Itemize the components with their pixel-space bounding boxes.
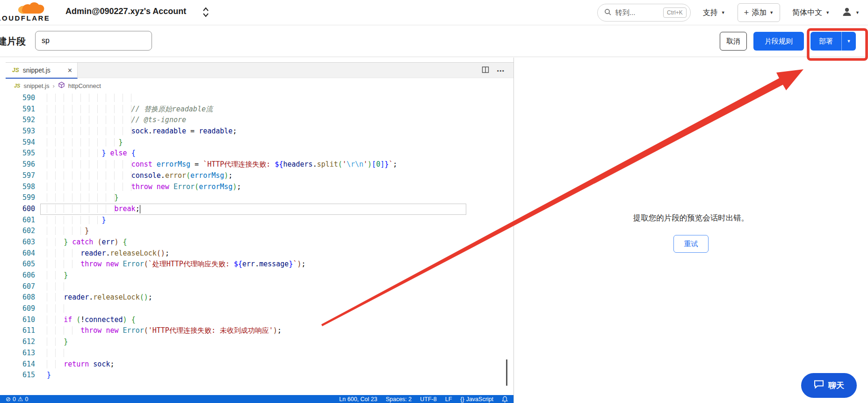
plus-icon: + <box>744 8 749 18</box>
account-switcher-icon[interactable] <box>202 6 210 20</box>
deploy-dropdown-button[interactable]: ▼ <box>841 32 856 51</box>
breadcrumb-file[interactable]: snippet.js <box>23 82 49 89</box>
line-number: 592 <box>0 115 35 126</box>
snippet-rules-button[interactable]: 片段规则 <box>753 32 804 51</box>
javascript-file-icon: JS <box>12 67 19 73</box>
code-line: 601 } <box>0 215 514 226</box>
line-number: 613 <box>0 348 35 359</box>
code-line: 610 if (!connected) { <box>0 315 514 326</box>
code-line: 611 throw new Error('HTTP代理连接失败: 未收到成功响应… <box>0 325 514 337</box>
line-number: 597 <box>0 170 35 182</box>
line-number: 603 <box>0 237 35 248</box>
chevron-down-icon: ▼ <box>825 10 830 15</box>
global-search[interactable]: 转到... Ctrl+K <box>597 4 691 22</box>
user-menu[interactable]: ▼ <box>842 7 860 19</box>
javascript-file-icon: JS <box>14 83 20 88</box>
breadcrumb: JS snippet.js › httpConnect <box>6 79 514 93</box>
line-number: 608 <box>0 292 35 303</box>
code-line: 608 reader.releaseLock(); <box>0 292 514 303</box>
code-line: 590 <box>0 93 514 104</box>
line-number: 601 <box>0 215 35 226</box>
deploy-split-button: 部署 ▼ <box>810 32 856 51</box>
more-actions-icon[interactable]: ⋯ <box>497 66 505 75</box>
line-number: 591 <box>0 104 35 115</box>
chat-bubble-icon <box>814 380 824 391</box>
code-line: 600 break; <box>0 204 514 215</box>
code-line: 599 } <box>0 192 514 204</box>
tab-label: snippet.js <box>23 66 51 74</box>
encoding-setting[interactable]: UTF-8 <box>420 396 436 403</box>
preview-error-message: 提取您的片段的预览会话时出错。 <box>514 213 868 223</box>
chat-button[interactable]: 聊天 <box>801 373 857 398</box>
preview-panel: 提取您的片段的预览会话时出错。 重试 <box>514 58 868 403</box>
code-line: 613 <box>0 348 514 359</box>
account-name: Admin@090227.xyz's Account <box>65 7 186 16</box>
line-number: 609 <box>0 303 35 315</box>
line-number: 598 <box>0 182 35 193</box>
editor-scrollbar-thumb[interactable] <box>506 359 507 386</box>
language-mode[interactable]: {} JavaScript <box>460 396 493 403</box>
search-placeholder: 转到... <box>615 8 636 17</box>
close-tab-icon[interactable]: ✕ <box>67 67 72 74</box>
code-area[interactable]: 590 591 // 替换原始readable流592 // @ts-ignor… <box>0 93 514 395</box>
code-line: 592 // @ts-ignore <box>0 115 514 126</box>
language-menu[interactable]: 简体中文▼ <box>792 8 830 18</box>
code-line: 593 sock.readable = readable; <box>0 126 514 137</box>
chevron-down-icon: ▼ <box>769 10 774 15</box>
page-title: 创建片段 <box>0 35 26 48</box>
line-number: 596 <box>0 159 35 170</box>
chevron-down-icon: ▼ <box>855 10 860 15</box>
cursor-position[interactable]: Ln 600, Col 23 <box>339 396 377 403</box>
chevron-down-icon: ▼ <box>721 10 725 15</box>
breadcrumb-symbol[interactable]: httpConnect <box>68 82 101 89</box>
code-line: 604 reader.releaseLock(); <box>0 248 514 259</box>
code-line: 598 throw new Error(errorMsg); <box>0 182 514 193</box>
editor-tab-bar: JS snippet.js ✕ ⋯ <box>6 62 514 78</box>
eol-setting[interactable]: LF <box>445 396 452 403</box>
tab-snippet-js[interactable]: JS snippet.js ✕ <box>6 63 78 79</box>
line-number: 604 <box>0 248 35 259</box>
text-cursor <box>140 205 141 213</box>
line-number: 607 <box>0 281 35 293</box>
cancel-button[interactable]: 取消 <box>720 32 747 51</box>
split-editor-icon[interactable] <box>482 66 489 75</box>
code-editor[interactable]: JS snippet.js ✕ ⋯ JS snippet.js › httpCo… <box>0 58 514 403</box>
line-number: 610 <box>0 315 35 326</box>
top-bar: CLOUDFLARE Admin@090227.xyz's Account 转到… <box>0 0 868 25</box>
editor-status-bar: ⊘ 0 ⚠ 0 Ln 600, Col 23 Spaces: 2 UTF-8 L… <box>0 395 514 403</box>
line-number: 606 <box>0 270 35 281</box>
line-number: 612 <box>0 337 35 348</box>
code-line: 607 <box>0 281 514 293</box>
notifications-bell-icon[interactable] <box>502 396 508 403</box>
code-line: 605 throw new Error(`处理HTTP代理响应失败: ${err… <box>0 259 514 270</box>
errors-icon: ⊘ <box>6 396 11 403</box>
deploy-button[interactable]: 部署 <box>810 32 841 51</box>
code-line: 596 const errorMsg = `HTTP代理连接失败: ${head… <box>0 159 514 170</box>
warnings-icon: ⚠ <box>18 396 23 403</box>
braces-icon: {} <box>460 396 464 403</box>
line-number: 602 <box>0 226 35 237</box>
code-line: 612 } <box>0 337 514 348</box>
line-number: 614 <box>0 359 35 370</box>
code-line: 597 console.error(errorMsg); <box>0 170 514 182</box>
code-line: 602 } <box>0 226 514 237</box>
line-number: 594 <box>0 137 35 148</box>
line-number: 611 <box>0 325 35 337</box>
problems-indicator[interactable]: ⊘ 0 ⚠ 0 <box>6 396 28 403</box>
code-line: 609 <box>0 303 514 315</box>
code-line: 595 } else { <box>0 148 514 159</box>
breadcrumb-separator: › <box>52 82 54 89</box>
indentation-setting[interactable]: Spaces: 2 <box>386 396 412 403</box>
code-line: 594 } <box>0 137 514 148</box>
retry-button[interactable]: 重试 <box>673 235 709 253</box>
snippet-name-input[interactable] <box>35 31 152 51</box>
line-number: 615 <box>0 370 35 381</box>
code-line: 603 } catch (err) { <box>0 237 514 248</box>
line-number: 605 <box>0 259 35 270</box>
support-menu[interactable]: 支持▼ <box>703 8 725 18</box>
code-line: 606 } <box>0 270 514 281</box>
workspace: JS snippet.js ✕ ⋯ JS snippet.js › httpCo… <box>0 58 868 403</box>
snippet-toolbar: 创建片段 取消 片段规则 部署 ▼ <box>0 26 868 57</box>
add-menu-button[interactable]: + 添加▼ <box>738 3 780 22</box>
user-avatar-icon <box>842 7 852 19</box>
